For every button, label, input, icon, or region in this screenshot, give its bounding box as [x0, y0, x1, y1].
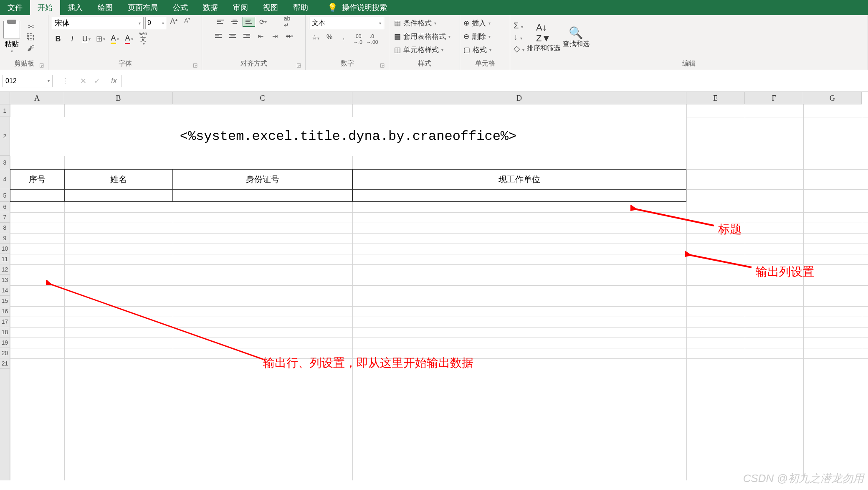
col-header-d[interactable]: D: [352, 92, 686, 104]
header-unit[interactable]: 现工作单位: [352, 169, 686, 189]
tab-file[interactable]: 文件: [0, 0, 30, 15]
col-header-f[interactable]: F: [745, 92, 803, 104]
phonetic-button[interactable]: wén文: [137, 33, 149, 44]
underline-button[interactable]: U: [80, 33, 93, 44]
align-right-button[interactable]: [240, 31, 253, 41]
tab-home[interactable]: 开始: [30, 0, 60, 15]
row-header[interactable]: 14: [0, 285, 10, 296]
table-format-button[interactable]: ▤套用表格格式▾: [392, 30, 452, 43]
row-header[interactable]: 21: [0, 358, 10, 369]
tell-me[interactable]: 💡 操作说明搜索: [316, 0, 395, 15]
wrap-text-button[interactable]: ab↵: [281, 17, 294, 27]
paste-button[interactable]: 粘贴 ▾: [3, 21, 20, 53]
orientation-button[interactable]: ⟳▾: [257, 17, 269, 27]
col-header-g[interactable]: G: [803, 92, 862, 104]
row-header[interactable]: 10: [0, 244, 10, 254]
row-header[interactable]: 5: [0, 189, 10, 202]
tab-view[interactable]: 视图: [256, 0, 286, 15]
tab-formula[interactable]: 公式: [165, 0, 195, 15]
tab-insert[interactable]: 插入: [60, 0, 90, 15]
launcher-icon[interactable]: ◲: [39, 62, 44, 68]
row-header[interactable]: 7: [0, 212, 10, 223]
find-select-button[interactable]: 🔍 查找和选: [563, 26, 590, 48]
formula-input[interactable]: [121, 75, 868, 87]
decrease-indent-button[interactable]: ⇤: [255, 31, 267, 41]
format-cells-button[interactable]: ▢格式▾: [463, 43, 491, 56]
border-button[interactable]: ⊞: [94, 33, 107, 44]
row-header[interactable]: 13: [0, 275, 10, 285]
row-header[interactable]: 16: [0, 306, 10, 317]
col-header-c[interactable]: C: [173, 92, 352, 104]
sort-filter-button[interactable]: A↓Z▼ 排序和筛选: [527, 22, 560, 53]
name-box[interactable]: 012▾: [3, 75, 53, 87]
increase-font-button[interactable]: A▴: [168, 17, 180, 29]
merge-button[interactable]: ⬌▾: [283, 31, 296, 41]
tab-help[interactable]: 帮助: [286, 0, 316, 15]
row-header[interactable]: 2: [0, 117, 10, 156]
fill-color-button[interactable]: A: [109, 33, 121, 44]
delete-cells-button[interactable]: ⊖删除▾: [463, 30, 491, 43]
enter-button[interactable]: ✓: [94, 76, 100, 86]
fill-button[interactable]: ↓ ▾: [514, 32, 524, 42]
align-center-button[interactable]: [226, 31, 239, 41]
align-left-button[interactable]: [212, 31, 225, 41]
row-header[interactable]: 20: [0, 348, 10, 358]
copy-button[interactable]: ⿻ ▾: [26, 33, 36, 41]
italic-button[interactable]: I: [66, 33, 78, 44]
row-header[interactable]: 19: [0, 338, 10, 348]
launcher-icon[interactable]: ◲: [296, 62, 301, 68]
data-cell[interactable]: [173, 189, 352, 202]
launcher-icon[interactable]: ◲: [380, 62, 385, 68]
row-header[interactable]: 6: [0, 202, 10, 212]
tab-draw[interactable]: 绘图: [90, 0, 120, 15]
cancel-button[interactable]: ✕: [80, 76, 86, 86]
accounting-button[interactable]: ☆▾: [309, 33, 321, 43]
font-size-select[interactable]: 9▾: [145, 17, 166, 29]
font-name-select[interactable]: 宋体▾: [52, 17, 144, 29]
align-bottom-button[interactable]: [243, 17, 255, 27]
header-id[interactable]: 身份证号: [173, 169, 352, 189]
insert-cells-button[interactable]: ⊕插入▾: [463, 17, 491, 29]
col-header-b[interactable]: B: [64, 92, 173, 104]
row-header[interactable]: 8: [0, 223, 10, 233]
col-header-a[interactable]: A: [10, 92, 64, 104]
row-header[interactable]: 3: [0, 156, 10, 169]
select-all-corner[interactable]: [0, 92, 10, 104]
tab-data[interactable]: 数据: [195, 0, 225, 15]
row-header[interactable]: 1: [0, 104, 10, 117]
row-header[interactable]: 12: [0, 264, 10, 275]
row-header[interactable]: 4: [0, 169, 10, 189]
conditional-format-button[interactable]: ▦条件格式▾: [392, 17, 438, 29]
data-cell[interactable]: [352, 189, 686, 202]
cut-button[interactable]: ✂: [26, 22, 36, 30]
align-top-button[interactable]: [214, 17, 227, 27]
row-header[interactable]: 15: [0, 296, 10, 306]
decrease-font-button[interactable]: A▾: [181, 17, 193, 29]
header-name[interactable]: 姓名: [64, 169, 173, 189]
row-header[interactable]: 17: [0, 317, 10, 327]
decrease-decimal-button[interactable]: .0→.00: [366, 33, 378, 43]
increase-decimal-button[interactable]: .00→.0: [352, 33, 364, 43]
increase-indent-button[interactable]: ⇥: [269, 31, 281, 41]
comma-button[interactable]: ,: [337, 33, 350, 43]
launcher-icon[interactable]: ◲: [193, 62, 197, 68]
number-format-select[interactable]: 文本▾: [309, 17, 384, 29]
header-seq[interactable]: 序号: [10, 169, 64, 189]
row-header[interactable]: 11: [0, 254, 10, 264]
row-header[interactable]: 9: [0, 233, 10, 244]
format-painter-button[interactable]: 🖌: [26, 44, 36, 52]
tab-review[interactable]: 审阅: [225, 0, 256, 15]
tab-layout[interactable]: 页面布局: [120, 0, 165, 15]
row-header[interactable]: 18: [0, 327, 10, 338]
fx-button[interactable]: fx: [111, 76, 117, 86]
percent-button[interactable]: %: [323, 33, 336, 43]
clear-button[interactable]: ◇ ▾: [514, 43, 524, 53]
cell-styles-button[interactable]: ▥单元格样式▾: [392, 43, 445, 56]
title-cell[interactable]: <%system.excel.title.dyna.by.craneoffice…: [10, 117, 686, 156]
col-header-e[interactable]: E: [686, 92, 745, 104]
data-cell[interactable]: [10, 189, 64, 202]
align-middle-button[interactable]: [228, 17, 241, 27]
font-color-button[interactable]: A: [123, 33, 135, 44]
data-cell[interactable]: [64, 189, 173, 202]
bold-button[interactable]: B: [52, 33, 64, 44]
